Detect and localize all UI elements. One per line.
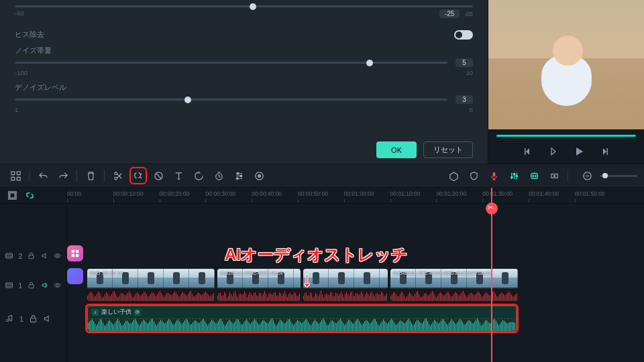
reset-button[interactable]: リセット	[423, 141, 473, 158]
noise-min: -100	[15, 69, 28, 76]
hiss-removal-label: ヒス除去	[15, 30, 44, 40]
volume-unit: dB	[465, 10, 473, 17]
prohibit-icon[interactable]	[150, 167, 167, 184]
svg-point-17	[516, 175, 517, 176]
speed-back-icon[interactable]	[190, 167, 207, 184]
rect-marker-icon[interactable]	[545, 167, 563, 184]
shield-icon[interactable]	[465, 167, 482, 184]
audio-clip-label: 楽しい子供	[101, 308, 131, 316]
video-track-1-header[interactable]: 1	[0, 268, 66, 303]
svg-point-13	[258, 174, 260, 177]
timeline-ruler[interactable]: 00:0000:00:10:0000:00:20:0000:00:30:0000…	[67, 188, 644, 204]
svg-point-15	[511, 176, 512, 178]
preview-progress[interactable]	[496, 135, 636, 137]
eye-icon[interactable]	[54, 281, 61, 290]
denoise-max: 6	[470, 106, 473, 113]
svg-rect-34	[76, 250, 78, 253]
tag-icon[interactable]	[445, 167, 462, 184]
video-track-2-header[interactable]: 2	[0, 244, 66, 268]
svg-rect-35	[72, 254, 74, 257]
noise-amount-label: ノイズ帯量	[15, 46, 473, 56]
svg-point-16	[513, 173, 515, 174]
svg-point-31	[56, 284, 58, 286]
timeline: 2 1 1 00:0000:00:10:0000:00:20:0000:00:3…	[0, 188, 644, 362]
link-icon[interactable]	[24, 190, 35, 201]
audio-track-1-header[interactable]: 1	[0, 303, 66, 335]
text-icon[interactable]	[170, 167, 187, 184]
play-button[interactable]	[574, 146, 584, 157]
mute-icon[interactable]	[43, 314, 52, 323]
delete-icon[interactable]	[82, 167, 99, 184]
ok-button[interactable]: OK	[376, 141, 417, 158]
ai-icon[interactable]	[525, 167, 543, 184]
layout-icon[interactable]	[7, 167, 24, 184]
prev-frame-button[interactable]	[523, 146, 533, 157]
split-icon[interactable]	[109, 167, 127, 184]
mute-icon[interactable]	[41, 251, 48, 260]
svg-point-11	[239, 175, 241, 177]
audio-track-1-lane[interactable]: ♪ 楽しい子供 ⟳	[67, 303, 644, 335]
volume-value: -25	[439, 9, 460, 18]
svg-rect-33	[72, 250, 74, 253]
preview-viewport[interactable]	[488, 0, 644, 129]
video-clip[interactable]: f3d5 10:18 1d	[87, 269, 215, 301]
track-index: 1	[18, 282, 22, 290]
play-in-button[interactable]	[548, 146, 559, 157]
lock-icon[interactable]	[28, 251, 35, 260]
mixer-icon[interactable]	[505, 167, 523, 184]
mute-icon[interactable]	[41, 281, 48, 290]
hiss-removal-toggle[interactable]	[454, 30, 473, 40]
denoise-level-slider[interactable]	[15, 99, 447, 101]
volume-slider[interactable]	[15, 5, 473, 7]
svg-rect-26	[6, 253, 13, 258]
zoom-out-icon[interactable]	[578, 167, 596, 184]
video-track-2-lane[interactable]	[67, 244, 644, 268]
keyframe-icon[interactable]	[250, 167, 268, 184]
undo-icon[interactable]	[34, 167, 52, 184]
svg-point-7	[114, 177, 117, 180]
eye-icon[interactable]	[54, 251, 61, 260]
clip-handle[interactable]	[67, 268, 83, 284]
noise-amount-value: 5	[455, 58, 473, 67]
ruler-tick: 00:00:30:00	[205, 190, 235, 197]
lock-icon[interactable]	[29, 314, 38, 323]
svg-point-6	[114, 172, 117, 174]
svg-point-20	[535, 175, 536, 176]
volume-slider-row: -60 -25 dB	[15, 5, 473, 18]
svg-point-22	[553, 175, 555, 176]
redo-icon[interactable]	[54, 167, 72, 184]
svg-rect-3	[17, 171, 20, 174]
ruler-tick: 00:01:40:00	[529, 190, 559, 197]
video-track-1-lane[interactable]: f3d5 10:18 1df4d3d1ae-d2bc-4205-8cc40d54…	[67, 268, 644, 303]
denoise-level-value: 3	[455, 95, 473, 104]
noise-amount-slider[interactable]	[15, 62, 447, 64]
adjust-icon[interactable]	[230, 167, 248, 184]
zoom-slider[interactable]	[600, 175, 637, 177]
video-clip[interactable]: 0d548a8c-f3f2-4db9-88f0-abdf86276aaG	[390, 269, 518, 301]
ruler-tick: 00:00:40:00	[252, 190, 282, 197]
track-spacer	[0, 204, 66, 244]
clip-handle[interactable]	[67, 245, 83, 261]
svg-rect-2	[11, 171, 14, 174]
video-clip[interactable]: f4d3d1ae-d2bc-4205-8cc4	[217, 269, 301, 301]
timeline-menu-icon[interactable]	[7, 190, 17, 201]
ruler-tick: 00:01:10:00	[390, 190, 421, 197]
svg-point-10	[237, 172, 239, 174]
svg-rect-29	[6, 283, 13, 288]
video-icon	[5, 251, 13, 260]
audio-stretch-icon[interactable]	[129, 167, 147, 184]
svg-rect-32	[31, 318, 36, 322]
preview-panel	[488, 0, 644, 164]
lock-icon[interactable]	[28, 281, 35, 290]
microphone-icon[interactable]	[485, 167, 502, 184]
video-clip[interactable]	[303, 269, 388, 301]
svg-rect-25	[9, 193, 15, 198]
timer-icon[interactable]	[210, 167, 227, 184]
music-note-icon	[5, 314, 14, 323]
playhead[interactable]: ✂	[491, 188, 492, 362]
next-frame-button[interactable]	[599, 146, 610, 157]
audio-clip[interactable]: ♪ 楽しい子供 ⟳	[87, 306, 517, 331]
music-note-icon: ♪	[92, 309, 99, 316]
svg-point-19	[532, 175, 533, 176]
ruler-tick: 00:00:20:00	[160, 190, 190, 197]
